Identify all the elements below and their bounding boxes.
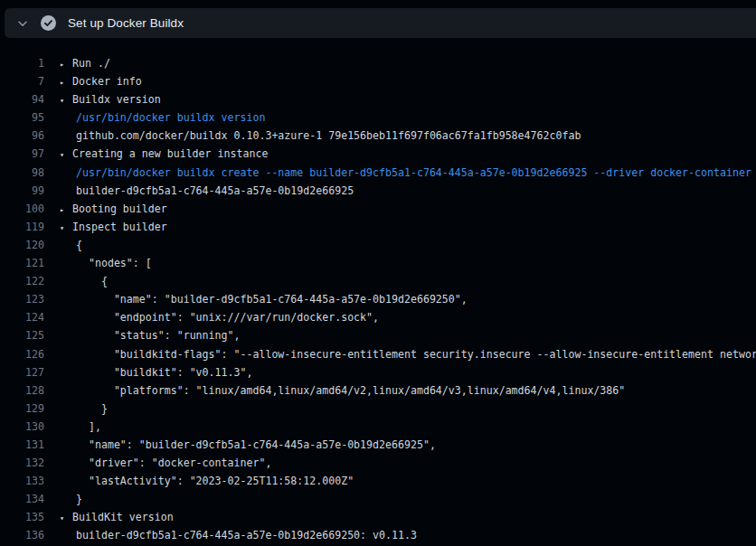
- line-number[interactable]: 123: [0, 290, 44, 308]
- line-number[interactable]: 121: [0, 254, 44, 272]
- line-number[interactable]: 128: [0, 381, 44, 400]
- output-text: github.com/docker/buildx 0.10.3+azure-1 …: [60, 127, 581, 145]
- line-number[interactable]: 100: [0, 200, 44, 218]
- group-title: Creating a new builder instance: [72, 147, 268, 160]
- output-text: "endpoint": "unix:///var/run/docker.sock…: [60, 308, 379, 326]
- log-line[interactable]: 97▾Creating a new builder instance: [0, 145, 756, 163]
- log-line: 134}: [0, 490, 756, 508]
- step-title: Set up Docker Buildx: [68, 16, 184, 30]
- group-expanded-icon[interactable]: ▾: [60, 219, 72, 236]
- log-line[interactable]: 119▾Inspect builder: [0, 218, 756, 236]
- line-number[interactable]: 130: [0, 418, 44, 436]
- output-text: builder-d9cfb5a1-c764-445a-a57e-0b19d2e6…: [60, 182, 354, 200]
- line-number[interactable]: 96: [0, 127, 44, 145]
- log-line[interactable]: 1▸Run ./: [0, 54, 756, 72]
- group-title: Inspect builder: [72, 221, 167, 233]
- log-line: 120{: [0, 236, 756, 254]
- group-row-body[interactable]: ▸Docker info: [60, 72, 142, 90]
- line-number[interactable]: 134: [0, 490, 44, 508]
- output-text: "platforms": "linux/amd64,linux/amd64/v2…: [60, 381, 625, 400]
- log-line[interactable]: 135▾BuildKit version: [0, 508, 756, 526]
- output-text: "driver": "docker-container",: [60, 454, 271, 472]
- output-text: }: [60, 400, 108, 418]
- group-row-body[interactable]: ▾Creating a new builder instance: [60, 145, 268, 163]
- group-title: Run ./: [72, 57, 110, 70]
- line-number[interactable]: 1: [0, 54, 44, 72]
- log-line: 133 "lastActivity": "2023-02-25T11:58:12…: [0, 472, 756, 490]
- group-collapsed-icon[interactable]: ▸: [60, 73, 72, 90]
- log-line: 121 "nodes": [: [0, 254, 756, 272]
- log-line: 99builder-d9cfb5a1-c764-445a-a57e-0b19d2…: [0, 182, 756, 200]
- command-text: /usr/bin/docker buildx create --name bui…: [60, 164, 751, 182]
- log-line[interactable]: 100▸Booting builder: [0, 200, 756, 218]
- log-line: 96github.com/docker/buildx 0.10.3+azure-…: [0, 127, 756, 145]
- output-text: "name": "builder-d9cfb5a1-c764-445a-a57e…: [60, 436, 436, 454]
- line-number[interactable]: 125: [0, 326, 44, 344]
- output-text: }: [60, 490, 82, 508]
- log-line: 130 ],: [0, 418, 756, 436]
- log-line: 98/usr/bin/docker buildx create --name b…: [0, 164, 756, 182]
- log-line: 122 {: [0, 272, 756, 290]
- line-number[interactable]: 7: [0, 72, 44, 90]
- log-line: 123 "name": "builder-d9cfb5a1-c764-445a-…: [0, 290, 756, 308]
- output-text: "buildkitd-flags": "--allow-insecure-ent…: [60, 345, 756, 363]
- step-header[interactable]: Set up Docker Buildx: [5, 8, 756, 38]
- line-number[interactable]: 132: [0, 454, 44, 472]
- line-number[interactable]: 94: [0, 90, 44, 108]
- log-line[interactable]: 7▸Docker info: [0, 72, 756, 90]
- group-expanded-icon[interactable]: ▾: [60, 91, 72, 108]
- line-number[interactable]: 133: [0, 472, 44, 490]
- group-row-body[interactable]: ▸Run ./: [60, 54, 110, 72]
- line-number[interactable]: 126: [0, 345, 44, 363]
- log-line[interactable]: 94▾Buildx version: [0, 90, 756, 108]
- check-circle-icon: [41, 15, 56, 31]
- log-lines: 1▸Run ./7▸Docker info94▾Buildx version95…: [0, 54, 756, 545]
- output-text: "status": "running",: [60, 326, 240, 344]
- line-number[interactable]: 120: [0, 236, 44, 254]
- output-text: "buildkit": "v0.11.3",: [60, 363, 252, 381]
- group-row-body[interactable]: ▸Booting builder: [60, 200, 167, 218]
- output-text: "nodes": [: [60, 254, 152, 272]
- group-row-body[interactable]: ▾Buildx version: [60, 90, 161, 108]
- group-title: Docker info: [72, 75, 142, 88]
- log-line: 129 }: [0, 400, 756, 418]
- line-number[interactable]: 127: [0, 363, 44, 381]
- line-number[interactable]: 124: [0, 308, 44, 326]
- output-text: builder-d9cfb5a1-c764-445a-a57e-0b19d2e6…: [60, 526, 417, 544]
- output-text: "name": "builder-d9cfb5a1-c764-445a-a57e…: [60, 290, 468, 308]
- command-text: /usr/bin/docker buildx version: [60, 108, 265, 127]
- line-number[interactable]: 135: [0, 508, 44, 526]
- line-number[interactable]: 119: [0, 218, 44, 236]
- output-text: ],: [60, 418, 101, 436]
- line-number[interactable]: 95: [0, 108, 44, 127]
- log-line: 132 "driver": "docker-container",: [0, 454, 756, 472]
- output-text: "lastActivity": "2023-02-25T11:58:12.000…: [60, 472, 354, 490]
- log-line: 126 "buildkitd-flags": "--allow-insecure…: [0, 345, 756, 363]
- line-number[interactable]: 131: [0, 436, 44, 454]
- line-number[interactable]: 122: [0, 272, 44, 290]
- group-row-body[interactable]: ▾Inspect builder: [60, 218, 167, 236]
- log-line: 125 "status": "running",: [0, 326, 756, 344]
- line-number[interactable]: 98: [0, 164, 44, 182]
- log-line: 131 "name": "builder-d9cfb5a1-c764-445a-…: [0, 436, 756, 454]
- group-title: Buildx version: [72, 93, 161, 106]
- line-number[interactable]: 136: [0, 526, 44, 544]
- output-text: {: [60, 272, 108, 290]
- group-expanded-icon[interactable]: ▾: [60, 146, 72, 163]
- log-line: 136builder-d9cfb5a1-c764-445a-a57e-0b19d…: [0, 526, 756, 544]
- line-number[interactable]: 129: [0, 400, 44, 418]
- log-line: 95/usr/bin/docker buildx version: [0, 108, 756, 127]
- group-collapsed-icon[interactable]: ▸: [60, 201, 72, 218]
- log-line: 127 "buildkit": "v0.11.3",: [0, 363, 756, 381]
- chevron-down-icon[interactable]: [16, 17, 29, 30]
- line-number[interactable]: 97: [0, 145, 44, 163]
- group-collapsed-icon[interactable]: ▸: [60, 55, 72, 72]
- output-text: {: [60, 236, 82, 254]
- group-row-body[interactable]: ▾BuildKit version: [60, 508, 174, 526]
- line-number[interactable]: 99: [0, 182, 44, 200]
- group-expanded-icon[interactable]: ▾: [60, 509, 72, 526]
- log-line: 128 "platforms": "linux/amd64,linux/amd6…: [0, 381, 756, 400]
- group-title: BuildKit version: [72, 511, 174, 523]
- group-title: Booting builder: [72, 202, 167, 215]
- log-line: 124 "endpoint": "unix:///var/run/docker.…: [0, 308, 756, 326]
